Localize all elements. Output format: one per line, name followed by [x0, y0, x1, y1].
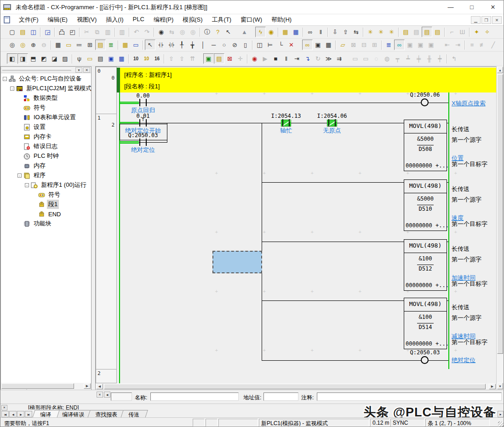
- compare-with-plc-button[interactable]: ⇆: [351, 27, 361, 37]
- maximize-button[interactable]: □: [461, 0, 482, 14]
- monitor-hex-button[interactable]: 16: [152, 53, 162, 64]
- new-or-closed-contact-button[interactable]: ╈: [187, 40, 198, 50]
- step-in-button[interactable]: ↴: [302, 53, 313, 64]
- close-output-button[interactable]: ✕: [1, 405, 7, 410]
- new-or-contact-button[interactable]: ╀: [177, 40, 187, 50]
- zoom-tool-button[interactable]: ◎: [7, 40, 17, 50]
- ladder-vertical-scrollbar[interactable]: ▲ ▼: [496, 66, 504, 390]
- toolbar-grip[interactable]: [437, 40, 440, 50]
- protect-set-button[interactable]: ✦: [471, 27, 482, 37]
- step-run-button[interactable]: ⇥: [292, 53, 302, 64]
- zoom-in-button[interactable]: ⊕: [28, 40, 39, 50]
- output-tab-传送[interactable]: 传送: [120, 410, 148, 417]
- rung-comment-button[interactable]: ▭: [63, 40, 74, 50]
- binary-view-button[interactable]: ▦: [116, 53, 127, 64]
- set-value-button[interactable]: ▱: [338, 40, 348, 50]
- mdi-minimize-button[interactable]: ▁: [471, 16, 481, 24]
- rung-monitor-button[interactable]: ⊞: [85, 40, 95, 50]
- data-trace-button[interactable]: ▦: [323, 40, 334, 50]
- partial-verify-button[interactable]: ✳: [386, 27, 397, 37]
- pause-sim-button[interactable]: ‖: [281, 53, 292, 64]
- device-type-button[interactable]: ▦: [280, 27, 291, 37]
- scroll-right-button[interactable]: ▶: [84, 383, 91, 389]
- tree-item-IO表和单元设置[interactable]: IO表和单元设置: [17, 113, 77, 122]
- tree-item-公众号: PLC与自控设备[interactable]: -公众号: PLC与自控设备: [3, 74, 83, 83]
- instruction-block-D508[interactable]: MOVL(498)&5000D50800000000 +...: [404, 120, 447, 171]
- tree-item-段1[interactable]: 段1: [32, 200, 59, 209]
- close-button[interactable]: ✕: [482, 0, 504, 14]
- scroll-left-button[interactable]: ◀: [96, 384, 103, 389]
- save-file-button[interactable]: ◫: [28, 27, 39, 37]
- plc-memory-1-button[interactable]: ▤: [401, 27, 411, 37]
- stop-simulation-button[interactable]: ◉: [249, 53, 260, 64]
- io-comment-view-button[interactable]: ∞: [394, 40, 405, 50]
- close-fields-button[interactable]: ✕: [97, 392, 103, 398]
- fb-definition-button[interactable]: ψ: [74, 53, 85, 64]
- print-preview-button[interactable]: ◰: [67, 27, 78, 37]
- menu-item-4[interactable]: 插入(I): [101, 14, 128, 25]
- properties-window-button[interactable]: ▨: [60, 53, 70, 64]
- close-panel-button[interactable]: ✕: [83, 67, 90, 73]
- download-to-plc-button[interactable]: ⇩: [330, 27, 340, 37]
- mdi-restore-button[interactable]: ❐: [481, 16, 491, 24]
- tree-item-错误日志[interactable]: 错误日志: [17, 142, 59, 151]
- scroll-up-button[interactable]: ▲: [497, 67, 503, 73]
- nav-last-button[interactable]: ▶|: [25, 411, 32, 417]
- toolbar-grip[interactable]: [251, 27, 253, 37]
- memory-view-button[interactable]: ▣: [313, 40, 323, 50]
- line-down-button[interactable]: └: [275, 40, 286, 50]
- ladder-editor-button[interactable]: ▤: [95, 40, 106, 50]
- watch-window-button[interactable]: ∞: [302, 40, 313, 50]
- fb-io-button[interactable]: ⊨: [265, 40, 275, 50]
- menu-item-5[interactable]: PLC: [128, 14, 149, 25]
- new-instruction-button[interactable]: ▯: [240, 40, 251, 50]
- plc-memory-4-button[interactable]: ▤: [432, 27, 443, 37]
- new-file-button[interactable]: ▢: [7, 27, 17, 37]
- menu-item-8[interactable]: 工具(T): [207, 14, 236, 25]
- contact-0.00[interactable]: [137, 98, 149, 107]
- mdi-close-button[interactable]: ✕: [492, 16, 502, 24]
- cross-reference-window-button[interactable]: ◩: [39, 53, 49, 64]
- minimize-button[interactable]: —: [440, 0, 461, 14]
- monitor-decimal-button[interactable]: 10: [131, 53, 141, 64]
- project-window-button[interactable]: ◧: [7, 53, 17, 64]
- tree-item-设置[interactable]: 设置: [17, 122, 47, 132]
- dialog-view-button[interactable]: ▣: [106, 53, 116, 64]
- simulator-online-button[interactable]: ▣: [203, 53, 214, 64]
- output-tab-编译[interactable]: 编译: [32, 410, 60, 417]
- comment-field-input[interactable]: [317, 392, 502, 401]
- zoom-fit-button[interactable]: ◎: [17, 40, 28, 50]
- output-coil-Q:2050.03[interactable]: [421, 356, 429, 364]
- continuous-step-button[interactable]: ≫: [323, 53, 334, 64]
- print-button[interactable]: 凸: [57, 27, 67, 37]
- new-horizontal-button[interactable]: ─: [208, 40, 219, 50]
- section-list-button[interactable]: ▤: [95, 53, 106, 64]
- symbol-editor-button[interactable]: ▭: [85, 53, 95, 64]
- new-closed-contact-button[interactable]: ┥/┝: [166, 40, 177, 50]
- partial-download-button[interactable]: ✳: [365, 27, 376, 37]
- toolbar-grip[interactable]: [199, 54, 201, 64]
- address-reference-button[interactable]: ≣: [384, 40, 394, 50]
- instruction-block-D514[interactable]: MOVL(498)&100D51400000000 +...: [404, 298, 447, 349]
- menu-item-7[interactable]: 模拟(S): [178, 14, 207, 25]
- plc-memory-3-button[interactable]: ▤: [422, 27, 432, 37]
- ladder-canvas[interactable]: ++++++++++++++++++++++++++++++[程序名 : 新程序…: [117, 67, 497, 383]
- grid-toggle-button[interactable]: ▦: [53, 40, 63, 50]
- watch-window-toggle-button[interactable]: ⬒: [28, 53, 39, 64]
- scan-run-button[interactable]: ⇉: [334, 53, 344, 64]
- about-button[interactable]: ⓘ: [202, 27, 212, 37]
- open-file-button[interactable]: ▤: [17, 27, 28, 37]
- output-tab-编译错误[interactable]: 编译错误: [54, 410, 93, 417]
- menu-item-1[interactable]: 文件(F): [14, 14, 43, 25]
- resize-grip[interactable]: [498, 421, 504, 427]
- output-more-button[interactable]: ▸: [498, 411, 504, 417]
- erase-mode-button[interactable]: ✕: [286, 40, 297, 50]
- tree-item-符号[interactable]: 符号: [32, 190, 62, 199]
- menu-item-9[interactable]: 窗口(W): [236, 14, 267, 25]
- toolbar-grip[interactable]: [298, 40, 300, 50]
- monitor-online-button[interactable]: ◉: [266, 27, 276, 37]
- tree-item-新程序1 (00)运行[interactable]: -新程序1 (00)运行: [25, 180, 88, 190]
- ladder-horizontal-scrollbar[interactable]: ◀ ▶: [96, 383, 496, 390]
- menu-item-3[interactable]: 视图(V): [72, 14, 101, 25]
- panel-grip[interactable]: [2, 69, 71, 71]
